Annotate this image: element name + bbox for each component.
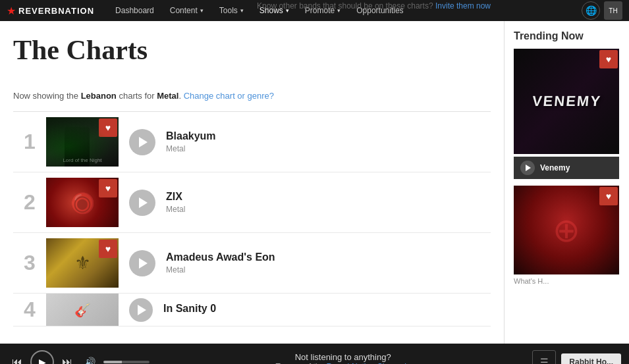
- table-row: 2 ◉ ♥ ZIX Metal: [13, 172, 491, 233]
- trending-favorite-button[interactable]: ♥: [599, 50, 618, 68]
- volume-icon: 🔊: [84, 357, 96, 365]
- player-status: Not listening to anything? Try one of th…: [153, 352, 532, 364]
- whats-hot-label: What's H...: [514, 277, 620, 285]
- prev-button[interactable]: ⏮: [8, 353, 26, 365]
- trending-title: Trending Now: [514, 30, 620, 42]
- favorite-button[interactable]: ♥: [99, 179, 117, 197]
- play-button[interactable]: [129, 250, 155, 276]
- trending-now-playing: Venemy: [540, 163, 570, 172]
- location-label: Lebanon: [81, 91, 117, 101]
- genre-tag: Metal: [166, 144, 491, 153]
- nav-tools[interactable]: Tools ▾: [211, 0, 252, 21]
- play-button[interactable]: [129, 190, 155, 216]
- band-name: Amadeus Awad's Eon: [166, 251, 491, 263]
- band-name: Blaakyum: [166, 130, 491, 142]
- page-title: The Charts: [13, 34, 148, 66]
- nav-right-controls: 🌐 TH: [582, 1, 622, 20]
- chart-info: Blaakyum Metal: [166, 130, 491, 153]
- rank-number: 4: [13, 298, 46, 322]
- chart-info: In Sanity 0: [163, 303, 491, 317]
- rank-number: 3: [13, 251, 46, 275]
- player-controls: ⏮ ▶ ⏭ 🔊: [8, 350, 153, 365]
- bottom-right-controls: ☰ Rabbit Ho...: [532, 350, 621, 365]
- content-area: The Charts Know other bands that should …: [0, 21, 504, 344]
- invite-link[interactable]: Invite them now: [435, 1, 491, 11]
- trending-band-name: VENEMY: [524, 87, 609, 116]
- chevron-down-icon: ▾: [200, 7, 204, 14]
- language-selector[interactable]: 🌐: [582, 1, 600, 20]
- volume-slider[interactable]: [103, 361, 150, 363]
- user-avatar[interactable]: TH: [604, 1, 622, 20]
- trending-play-button[interactable]: [520, 161, 535, 175]
- invite-section: Know other bands that should be on these…: [257, 1, 491, 11]
- table-row: 1 Lord of the Night ♥ Blaakyum Metal: [13, 112, 491, 172]
- album-art: ⚜ ♥: [46, 238, 119, 288]
- rank-number: 1: [13, 130, 46, 154]
- table-row: 3 ⚜ ♥ Amadeus Awad's Eon Metal: [13, 233, 491, 294]
- not-listening-text: Not listening to anything?: [153, 352, 532, 362]
- nav-dashboard[interactable]: Dashboard: [107, 0, 162, 21]
- trending-favorite-button-2[interactable]: ♥: [599, 187, 618, 205]
- nav-content[interactable]: Content ▾: [162, 0, 211, 21]
- play-button[interactable]: [129, 129, 155, 155]
- rank-number: 2: [13, 190, 46, 215]
- sidebar: Trending Now VENEMY ♥ Venemy ⊕ ♥ What's …: [504, 21, 629, 344]
- table-row: 4 🎸 In Sanity 0: [13, 294, 491, 326]
- favorite-button[interactable]: ♥: [99, 240, 117, 258]
- trending-play-bar: Venemy: [514, 157, 619, 179]
- play-pause-button[interactable]: ▶: [30, 350, 54, 365]
- band-name: In Sanity 0: [163, 303, 491, 315]
- favorite-button[interactable]: ♥: [99, 118, 117, 137]
- chart-subtitle: Now showing the Lebanon charts for Metal…: [13, 91, 491, 101]
- genre-label: Metal: [157, 91, 178, 101]
- band-name: ZIX: [166, 191, 491, 203]
- rabbit-hole-button[interactable]: Rabbit Ho...: [561, 353, 621, 365]
- chevron-down-icon: ▾: [240, 7, 244, 14]
- change-chart-link[interactable]: Change chart or genre?: [184, 91, 274, 101]
- main-container: The Charts Know other bands that should …: [0, 21, 629, 344]
- chart-info: Amadeus Awad's Eon Metal: [166, 251, 491, 274]
- genre-tag: Metal: [166, 205, 491, 214]
- next-button[interactable]: ⏭: [58, 353, 76, 365]
- logo[interactable]: ★ REVERBNATION: [7, 5, 94, 17]
- chart-info: ZIX Metal: [166, 191, 491, 214]
- menu-button[interactable]: ☰: [532, 350, 556, 365]
- brand-name: REVERBNATION: [18, 6, 94, 16]
- trending-art: VENEMY ♥: [514, 49, 619, 154]
- genre-tag: Metal: [166, 265, 491, 274]
- play-button[interactable]: [129, 298, 153, 322]
- album-art: Lord of the Night ♥: [46, 117, 119, 167]
- star-icon: ★: [7, 5, 16, 17]
- album-art: 🎸: [46, 294, 119, 326]
- album-art: ◉ ♥: [46, 178, 119, 227]
- bottom-player-bar: ⏮ ▶ ⏭ 🔊 Not listening to anything? Try o…: [0, 344, 629, 364]
- chart-list: 1 Lord of the Night ♥ Blaakyum Metal: [13, 111, 491, 326]
- trending-art-2: ⊕ ♥: [514, 186, 619, 274]
